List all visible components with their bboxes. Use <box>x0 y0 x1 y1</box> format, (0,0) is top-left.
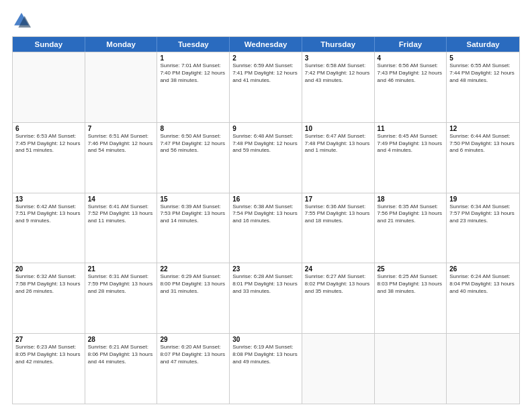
calendar-header-row: SundayMondayTuesdayWednesdayThursdayFrid… <box>13 37 519 52</box>
weekday-header: Saturday <box>447 37 519 52</box>
day-number: 16 <box>232 195 299 203</box>
day-number: 10 <box>305 125 371 132</box>
weekday-header: Thursday <box>302 37 375 52</box>
calendar-cell <box>447 334 519 404</box>
calendar-cell: 20Sunrise: 6:32 AM Sunset: 7:58 PM Dayli… <box>13 263 85 333</box>
day-number: 7 <box>88 125 154 132</box>
day-info: Sunrise: 6:51 AM Sunset: 7:46 PM Dayligh… <box>88 133 154 154</box>
day-number: 8 <box>160 125 226 132</box>
logo-icon <box>12 11 31 30</box>
day-number: 26 <box>449 265 517 273</box>
calendar-cell: 28Sunrise: 6:21 AM Sunset: 8:06 PM Dayli… <box>85 334 158 404</box>
day-number: 14 <box>88 195 154 203</box>
day-number: 20 <box>15 265 82 273</box>
day-number: 11 <box>378 125 444 132</box>
day-info: Sunrise: 6:32 AM Sunset: 7:58 PM Dayligh… <box>15 273 82 295</box>
calendar-cell: 17Sunrise: 6:36 AM Sunset: 7:55 PM Dayli… <box>302 193 375 263</box>
day-number: 12 <box>449 125 517 132</box>
logo <box>12 11 34 30</box>
day-number: 21 <box>88 265 154 273</box>
page: SundayMondayTuesdayWednesdayThursdayFrid… <box>0 0 532 411</box>
day-number: 15 <box>160 195 226 203</box>
day-number: 25 <box>378 265 444 273</box>
day-info: Sunrise: 6:56 AM Sunset: 7:43 PM Dayligh… <box>378 62 444 84</box>
day-info: Sunrise: 6:35 AM Sunset: 7:56 PM Dayligh… <box>378 203 444 225</box>
calendar-body: 1Sunrise: 7:01 AM Sunset: 7:40 PM Daylig… <box>13 52 519 404</box>
calendar-cell: 5Sunrise: 6:55 AM Sunset: 7:44 PM Daylig… <box>447 52 519 122</box>
day-info: Sunrise: 6:31 AM Sunset: 7:59 PM Dayligh… <box>88 273 154 295</box>
calendar-week: 13Sunrise: 6:42 AM Sunset: 7:51 PM Dayli… <box>13 193 519 263</box>
calendar-cell: 10Sunrise: 6:47 AM Sunset: 7:48 PM Dayli… <box>302 123 375 193</box>
calendar-cell: 26Sunrise: 6:24 AM Sunset: 8:04 PM Dayli… <box>447 263 519 333</box>
day-number: 30 <box>232 336 299 343</box>
day-info: Sunrise: 6:53 AM Sunset: 7:45 PM Dayligh… <box>15 133 82 154</box>
day-number: 24 <box>305 265 371 273</box>
day-info: Sunrise: 6:45 AM Sunset: 7:49 PM Dayligh… <box>378 133 444 154</box>
calendar-cell: 23Sunrise: 6:28 AM Sunset: 8:01 PM Dayli… <box>230 263 302 333</box>
day-number: 29 <box>160 336 226 343</box>
weekday-header: Tuesday <box>157 37 230 52</box>
calendar-cell: 22Sunrise: 6:29 AM Sunset: 8:00 PM Dayli… <box>157 263 230 333</box>
day-info: Sunrise: 6:19 AM Sunset: 8:08 PM Dayligh… <box>232 344 299 365</box>
calendar-cell: 8Sunrise: 6:50 AM Sunset: 7:47 PM Daylig… <box>157 123 230 193</box>
calendar-cell: 15Sunrise: 6:39 AM Sunset: 7:53 PM Dayli… <box>157 193 230 263</box>
day-info: Sunrise: 6:29 AM Sunset: 8:00 PM Dayligh… <box>160 273 226 295</box>
day-number: 27 <box>15 336 82 343</box>
day-info: Sunrise: 6:50 AM Sunset: 7:47 PM Dayligh… <box>160 133 226 154</box>
day-info: Sunrise: 6:42 AM Sunset: 7:51 PM Dayligh… <box>15 203 82 225</box>
weekday-header: Monday <box>85 37 158 52</box>
calendar-cell: 18Sunrise: 6:35 AM Sunset: 7:56 PM Dayli… <box>375 193 447 263</box>
weekday-header: Sunday <box>13 37 85 52</box>
day-number: 2 <box>232 54 299 62</box>
calendar-cell: 29Sunrise: 6:20 AM Sunset: 8:07 PM Dayli… <box>157 334 230 404</box>
calendar-week: 20Sunrise: 6:32 AM Sunset: 7:58 PM Dayli… <box>13 263 519 333</box>
day-number: 4 <box>378 54 444 62</box>
day-number: 5 <box>449 54 517 62</box>
weekday-header: Friday <box>375 37 447 52</box>
day-number: 28 <box>88 336 154 343</box>
calendar-cell: 24Sunrise: 6:27 AM Sunset: 8:02 PM Dayli… <box>302 263 375 333</box>
day-number: 23 <box>232 265 299 273</box>
day-info: Sunrise: 6:39 AM Sunset: 7:53 PM Dayligh… <box>160 203 226 225</box>
day-info: Sunrise: 6:47 AM Sunset: 7:48 PM Dayligh… <box>305 133 371 154</box>
calendar-cell: 3Sunrise: 6:58 AM Sunset: 7:42 PM Daylig… <box>302 52 375 122</box>
day-info: Sunrise: 6:58 AM Sunset: 7:42 PM Dayligh… <box>305 62 371 84</box>
calendar-cell: 27Sunrise: 6:23 AM Sunset: 8:05 PM Dayli… <box>13 334 85 404</box>
day-number: 22 <box>160 265 226 273</box>
day-number: 13 <box>15 195 82 203</box>
day-info: Sunrise: 6:41 AM Sunset: 7:52 PM Dayligh… <box>88 203 154 225</box>
day-number: 3 <box>305 54 371 62</box>
calendar-cell: 1Sunrise: 7:01 AM Sunset: 7:40 PM Daylig… <box>157 52 230 122</box>
calendar-cell <box>375 334 447 404</box>
calendar-cell <box>13 52 85 122</box>
calendar-cell: 13Sunrise: 6:42 AM Sunset: 7:51 PM Dayli… <box>13 193 85 263</box>
calendar-cell <box>302 334 375 404</box>
day-info: Sunrise: 6:59 AM Sunset: 7:41 PM Dayligh… <box>232 62 299 84</box>
day-info: Sunrise: 6:28 AM Sunset: 8:01 PM Dayligh… <box>232 273 299 295</box>
day-info: Sunrise: 6:25 AM Sunset: 8:03 PM Dayligh… <box>378 273 444 295</box>
weekday-header: Wednesday <box>230 37 302 52</box>
day-number: 9 <box>232 125 299 132</box>
calendar-cell: 16Sunrise: 6:38 AM Sunset: 7:54 PM Dayli… <box>230 193 302 263</box>
day-info: Sunrise: 6:24 AM Sunset: 8:04 PM Dayligh… <box>449 273 517 295</box>
calendar-cell: 30Sunrise: 6:19 AM Sunset: 8:08 PM Dayli… <box>230 334 302 404</box>
day-info: Sunrise: 6:23 AM Sunset: 8:05 PM Dayligh… <box>15 344 82 365</box>
day-info: Sunrise: 6:44 AM Sunset: 7:50 PM Dayligh… <box>449 133 517 154</box>
day-info: Sunrise: 6:20 AM Sunset: 8:07 PM Dayligh… <box>160 344 226 365</box>
day-number: 17 <box>305 195 371 203</box>
day-number: 1 <box>160 54 226 62</box>
day-number: 18 <box>378 195 444 203</box>
calendar-cell <box>85 52 158 122</box>
day-info: Sunrise: 6:34 AM Sunset: 7:57 PM Dayligh… <box>449 203 517 225</box>
calendar-week: 6Sunrise: 6:53 AM Sunset: 7:45 PM Daylig… <box>13 122 519 193</box>
day-number: 6 <box>15 125 82 132</box>
calendar-cell: 9Sunrise: 6:48 AM Sunset: 7:48 PM Daylig… <box>230 123 302 193</box>
calendar-cell: 11Sunrise: 6:45 AM Sunset: 7:49 PM Dayli… <box>375 123 447 193</box>
calendar-cell: 2Sunrise: 6:59 AM Sunset: 7:41 PM Daylig… <box>230 52 302 122</box>
calendar: SundayMondayTuesdayWednesdayThursdayFrid… <box>12 36 520 404</box>
calendar-cell: 6Sunrise: 6:53 AM Sunset: 7:45 PM Daylig… <box>13 123 85 193</box>
day-info: Sunrise: 6:38 AM Sunset: 7:54 PM Dayligh… <box>232 203 299 225</box>
calendar-cell: 12Sunrise: 6:44 AM Sunset: 7:50 PM Dayli… <box>447 123 519 193</box>
day-info: Sunrise: 6:48 AM Sunset: 7:48 PM Dayligh… <box>232 133 299 154</box>
calendar-cell: 4Sunrise: 6:56 AM Sunset: 7:43 PM Daylig… <box>375 52 447 122</box>
